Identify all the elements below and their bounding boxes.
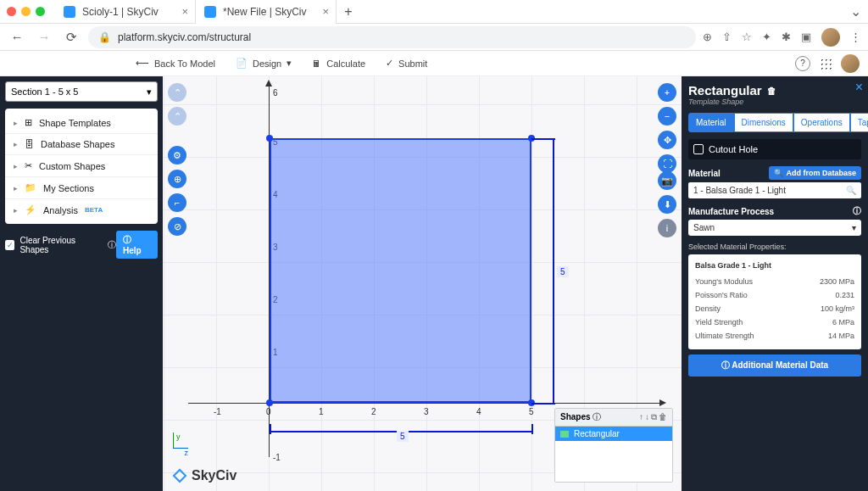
- tool-ruler-icon[interactable]: ⌐: [168, 193, 186, 212]
- user-avatar[interactable]: [841, 54, 860, 73]
- tab-operations[interactable]: Operations: [793, 113, 850, 132]
- browser-tab-active[interactable]: *New File | SkyCiv ×: [196, 0, 337, 24]
- bookmark-icon[interactable]: ☆: [742, 31, 752, 43]
- tool-settings-icon[interactable]: ⚙: [168, 146, 186, 165]
- left-tool-column: ⌃ ⌃ ⚙ ⊕ ⌐ ⊘: [168, 83, 186, 236]
- pan-icon[interactable]: ✥: [658, 131, 676, 149]
- apps-grid-icon[interactable]: [819, 57, 832, 70]
- new-tab-button[interactable]: +: [337, 4, 360, 20]
- move-up-icon[interactable]: ↑: [639, 412, 643, 422]
- y-tick: 6: [273, 88, 278, 98]
- clear-previous-shapes-checkbox[interactable]: ✓ Clear Previous Shapes ⓘ: [5, 236, 116, 254]
- fit-icon[interactable]: ⛶: [658, 154, 676, 173]
- calculate-button[interactable]: 🖩 Calculate: [312, 59, 365, 69]
- add-from-database-button[interactable]: 🔍 Add from Database: [769, 166, 861, 180]
- sidebar-item-custom-shapes[interactable]: ▸ ✂ Custom Shapes: [5, 155, 158, 177]
- share-icon[interactable]: ⇧: [722, 31, 732, 43]
- help-button[interactable]: ⓘ Help: [116, 231, 158, 259]
- dimension-ext: [531, 424, 533, 434]
- sidebar-item-analysis[interactable]: ▸ ⚡ Analysis BETA: [5, 199, 158, 220]
- left-sidebar: Section 1 - 5 x 5▾ ▸ ⊞ Shape Templates ▸…: [0, 76, 163, 491]
- shapes-header-label: Shapes: [560, 412, 591, 421]
- chevron-down-icon[interactable]: ⌄: [850, 3, 861, 20]
- snapshot-icon[interactable]: 📷: [658, 171, 676, 190]
- info-icon[interactable]: ⓘ: [853, 205, 861, 217]
- x-tick: 0: [266, 407, 271, 416]
- profile-avatar[interactable]: [821, 28, 840, 47]
- section-selector[interactable]: Section 1 - 5 x 5▾: [5, 81, 158, 102]
- back-to-model-button[interactable]: ⟵ Back To Model: [136, 58, 215, 69]
- prop-row: Ultimate Strength14 MPa: [695, 329, 854, 343]
- panel-icon[interactable]: ▣: [801, 31, 811, 43]
- axis-indicator: y z: [173, 432, 188, 457]
- zoom-in-icon[interactable]: +: [658, 83, 676, 102]
- canvas[interactable]: 6 5 4 3 2 1 -1 -1 0 1 2 3 4 5 6 7 5 5 ⌃: [163, 76, 682, 491]
- manufacture-value: Sawn: [693, 223, 715, 232]
- url-field[interactable]: 🔒 platform.skyciv.com/structural: [88, 26, 696, 48]
- copy-icon[interactable]: ⧉: [651, 412, 657, 422]
- close-tab-icon[interactable]: ×: [181, 5, 188, 18]
- additional-material-data-button[interactable]: ⓘ Additional Material Data: [688, 354, 861, 377]
- submit-button[interactable]: ✓ Submit: [386, 58, 427, 69]
- dimension-ext: [531, 138, 555, 140]
- tab-favicon-icon: [64, 6, 75, 18]
- material-input[interactable]: 1 - Balsa Grade 1 - Light 🔍: [688, 182, 861, 198]
- selected-props-label: Selected Material Properties:: [688, 243, 861, 251]
- close-window-icon[interactable]: [7, 7, 16, 16]
- shape-name: Rectangular: [574, 429, 620, 438]
- puzzle-icon[interactable]: ✱: [782, 31, 791, 43]
- search-icon[interactable]: ⊕: [703, 31, 712, 43]
- shapes-panel: Shapes ⓘ ↑ ↓ ⧉ 🗑 Rectangular: [554, 408, 673, 483]
- sidebar-menu: ▸ ⊞ Shape Templates ▸ 🗄 Database Shapes …: [5, 109, 158, 224]
- minimize-window-icon[interactable]: [21, 7, 31, 16]
- download-icon[interactable]: ⬇: [658, 195, 676, 214]
- info-icon[interactable]: ⓘ: [108, 239, 116, 251]
- move-down-icon[interactable]: ↓: [645, 412, 649, 422]
- skyciv-logo: SkyCiv: [171, 467, 236, 484]
- info-icon[interactable]: ⓘ: [593, 412, 601, 421]
- tab-title: *New File | SkyCiv: [223, 6, 306, 18]
- shape-vertex[interactable]: [266, 399, 273, 406]
- maximize-window-icon[interactable]: [36, 7, 45, 16]
- cutout-hole-checkbox[interactable]: Cutout Hole: [688, 139, 861, 159]
- sidebar-item-database-shapes[interactable]: ▸ 🗄 Database Shapes: [5, 134, 158, 155]
- design-menu[interactable]: 📄 Design ▾: [236, 58, 292, 69]
- info-icon[interactable]: i: [658, 219, 676, 237]
- close-tab-icon[interactable]: ×: [322, 5, 329, 18]
- zoom-out-icon[interactable]: −: [658, 107, 676, 126]
- shape-list-item[interactable]: Rectangular: [555, 427, 672, 441]
- delete-shape-icon[interactable]: 🗑: [767, 86, 776, 96]
- collapse-up-icon[interactable]: ⌃: [168, 83, 186, 102]
- dimension-ext: [270, 424, 271, 434]
- material-value: 1 - Balsa Grade 1 - Light: [693, 186, 786, 195]
- x-tick: -1: [214, 407, 221, 416]
- menu-icon[interactable]: ⋮: [850, 31, 861, 43]
- x-tick: 2: [371, 407, 376, 416]
- x-tick: 4: [476, 407, 481, 416]
- reload-button[interactable]: ⟳: [61, 27, 81, 47]
- mac-window-controls[interactable]: [7, 7, 45, 16]
- prop-row: Young's Modulus2300 MPa: [695, 275, 854, 288]
- shape-vertex[interactable]: [266, 135, 273, 142]
- sidebar-item-shape-templates[interactable]: ▸ ⊞ Shape Templates: [5, 112, 158, 134]
- collapse-down-icon[interactable]: ⌃: [168, 107, 186, 126]
- tab-material[interactable]: Material: [688, 113, 734, 132]
- extension-icon[interactable]: ✦: [762, 31, 771, 43]
- dimension-value-v: 5: [557, 266, 569, 277]
- help-icon[interactable]: ?: [795, 56, 810, 71]
- tool-visibility-icon[interactable]: ⊘: [168, 217, 186, 236]
- browser-tab[interactable]: Scioly-1 | SkyCiv ×: [55, 0, 196, 24]
- tab-taper[interactable]: Taper: [850, 113, 868, 132]
- close-panel-icon[interactable]: ×: [855, 80, 863, 95]
- delete-icon[interactable]: 🗑: [659, 412, 667, 422]
- tool-globe-icon[interactable]: ⊕: [168, 170, 186, 188]
- tab-dimensions[interactable]: Dimensions: [734, 113, 793, 132]
- rectangular-shape[interactable]: [270, 138, 531, 403]
- x-tick: 3: [424, 407, 429, 416]
- logo-icon: [171, 467, 188, 484]
- manufacture-select[interactable]: Sawn▾: [688, 220, 861, 236]
- forward-button[interactable]: →: [34, 27, 54, 47]
- sidebar-item-my-sections[interactable]: ▸ 📁 My Sections: [5, 177, 158, 199]
- back-button[interactable]: ←: [7, 27, 27, 47]
- panel-title: Rectangular 🗑: [688, 83, 861, 98]
